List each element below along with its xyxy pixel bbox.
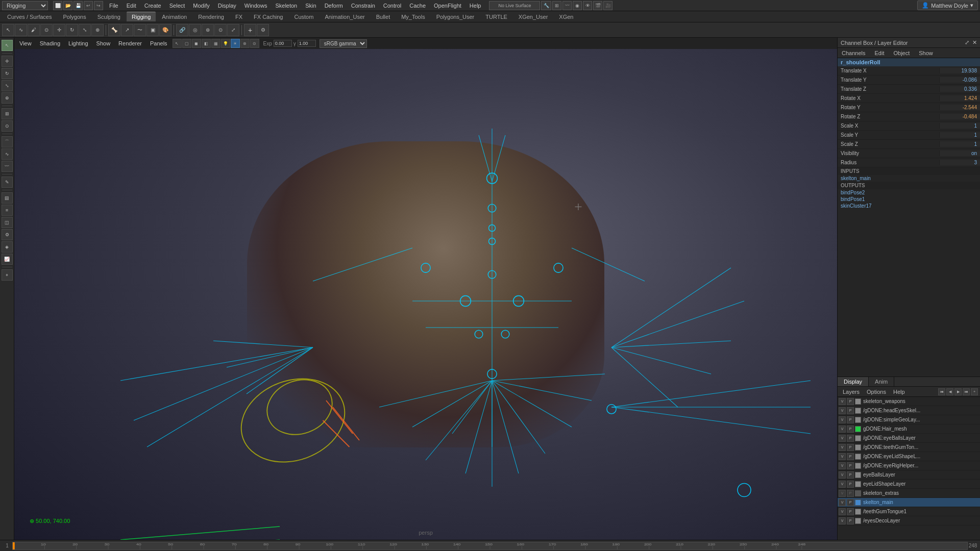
- cb-value-visibility[interactable]: on: [939, 151, 980, 156]
- vp-ao-icon[interactable]: ⊛: [240, 39, 250, 48]
- layer-v-btn[interactable]: V: [839, 499, 846, 506]
- cb-menu-edit[interactable]: Edit: [870, 49, 888, 57]
- vp-shadow-icon[interactable]: ☀: [231, 39, 240, 48]
- layers-nav-last[interactable]: ⏭: [963, 388, 970, 395]
- layer-p-btn[interactable]: P: [847, 499, 854, 506]
- ik-spline-icon[interactable]: 〜: [134, 24, 146, 36]
- parent-constraint-icon[interactable]: 🔗: [176, 24, 188, 36]
- select-mode-icon[interactable]: ↖: [2, 40, 13, 51]
- menu-windows[interactable]: Windows: [240, 2, 272, 10]
- cb-menu-channels[interactable]: Channels: [838, 49, 869, 57]
- snap-point-icon[interactable]: ◉: [573, 1, 582, 10]
- curve-bezier-icon[interactable]: 〰: [2, 161, 13, 172]
- tab-fx-caching[interactable]: FX Caching: [249, 12, 288, 21]
- curve-ep-icon[interactable]: ∿: [2, 148, 13, 160]
- layer-head-eyes[interactable]: V P /gDONE:headEyesSkel...: [838, 406, 980, 415]
- cb-object-name[interactable]: r_shoulderRoll: [838, 58, 980, 66]
- display-layer-icon[interactable]: ▤: [2, 192, 13, 204]
- tab-display[interactable]: Display: [838, 377, 869, 386]
- layer-skeleton-weapons[interactable]: V P skeleton_weapons: [838, 397, 980, 406]
- layer-eyelid-shape[interactable]: V P /gDONE:eyeLidShapeL...: [838, 452, 980, 461]
- layer-p-btn[interactable]: P: [847, 407, 854, 414]
- cb-value-rotate-z[interactable]: -0.484: [939, 114, 980, 119]
- time-track[interactable]: 10 20 30 40 50 60 70 80 90 100 110 120 1…: [12, 542, 968, 550]
- snap-settings-icon[interactable]: ⊞: [2, 108, 13, 119]
- cb-value-rotate-y[interactable]: -2.544: [939, 105, 980, 110]
- tab-anim[interactable]: Anim: [869, 377, 894, 386]
- move-tool-icon[interactable]: ✛: [53, 24, 65, 36]
- layer-eye-balls[interactable]: V P /gDONE:eyeBallsLayer: [838, 434, 980, 443]
- layer-p-btn[interactable]: P: [847, 416, 854, 423]
- universal-icon[interactable]: ⊕: [2, 92, 13, 104]
- settings-icon[interactable]: ⚙: [257, 24, 269, 36]
- tab-bullet[interactable]: Bullet: [371, 12, 396, 21]
- tab-polygons[interactable]: Polygons: [58, 12, 91, 21]
- menu-modify[interactable]: Modify: [189, 2, 213, 10]
- render-settings-icon[interactable]: ⚙: [2, 229, 13, 240]
- layer-v-btn[interactable]: V: [839, 508, 846, 515]
- layer-skeleton-extras[interactable]: V P skeleton_extras: [838, 489, 980, 498]
- cb-value-scale-y[interactable]: 1: [939, 132, 980, 138]
- paint-weights-icon[interactable]: 🎨: [159, 24, 172, 36]
- user-badge[interactable]: 👤 Matthew Doyle ▾: [917, 1, 978, 10]
- menu-skeleton[interactable]: Skeleton: [271, 2, 301, 10]
- layers-menu-layers[interactable]: Layers: [840, 388, 863, 395]
- save-scene-icon[interactable]: 💾: [74, 1, 83, 10]
- cb-value-translate-y[interactable]: -0.086: [939, 77, 980, 83]
- lasso-tool-icon[interactable]: ∿: [15, 24, 27, 36]
- cb-value-translate-x[interactable]: 19.938: [939, 68, 980, 73]
- vp-smooth-wire-icon[interactable]: ◧: [202, 39, 211, 48]
- snap-view-icon[interactable]: 👁: [583, 1, 592, 10]
- menu-file[interactable]: File: [105, 2, 122, 10]
- open-scene-icon[interactable]: 📂: [63, 1, 72, 10]
- tab-xgen-user[interactable]: XGen_User: [513, 12, 553, 21]
- live-surface-icon[interactable]: No Live Surface: [489, 1, 540, 10]
- layer-v-btn[interactable]: V: [839, 453, 846, 460]
- layer-v-btn[interactable]: V: [839, 462, 846, 469]
- viewport[interactable]: View Shading Lighting Show Renderer Pane…: [14, 38, 837, 540]
- layer-v-btn[interactable]: V: [839, 471, 846, 479]
- layer-simple-geo[interactable]: V P /gDONE:simpleGeoLay...: [838, 415, 980, 424]
- layer-hair-mesh[interactable]: V P gDONE:Hair_mesh: [838, 424, 980, 434]
- tab-custom[interactable]: Custom: [289, 12, 319, 21]
- layer-teeth-gum[interactable]: V P /gDONE:teethGumTon...: [838, 443, 980, 452]
- layer-p-btn[interactable]: P: [847, 471, 854, 479]
- scale-constraint-icon[interactable]: ⤢: [227, 24, 239, 36]
- layer-eyes-deco[interactable]: V P /eyesDecoLayer: [838, 516, 980, 525]
- point-constraint-icon[interactable]: ◎: [189, 24, 201, 36]
- ik-handle-icon[interactable]: ↗: [121, 24, 133, 36]
- menu-edit[interactable]: Edit: [122, 2, 140, 10]
- vp-menu-show[interactable]: Show: [93, 39, 114, 47]
- coord-icon[interactable]: ⌖: [2, 269, 13, 281]
- vp-xray-icon[interactable]: ⊙: [250, 39, 259, 48]
- menu-constrain[interactable]: Constrain: [347, 2, 379, 10]
- menu-skin[interactable]: Skin: [301, 2, 320, 10]
- soft-select-icon[interactable]: ⊙: [40, 24, 53, 36]
- outliner-icon[interactable]: ≡: [2, 205, 13, 216]
- tab-fx[interactable]: FX: [230, 12, 248, 21]
- skin-bind-icon[interactable]: ▣: [146, 24, 159, 36]
- vp-smooth-icon[interactable]: ◼: [192, 39, 201, 48]
- universal-manip-icon[interactable]: ⊕: [91, 24, 104, 36]
- layer-v-btn[interactable]: V: [839, 416, 846, 423]
- redo-icon[interactable]: ↪: [94, 1, 103, 10]
- layers-nav-first[interactable]: ⏮: [938, 388, 945, 395]
- close-panel-icon[interactable]: ✕: [972, 39, 977, 46]
- undo-icon[interactable]: ↩: [84, 1, 93, 10]
- vp-menu-renderer[interactable]: Renderer: [115, 39, 145, 47]
- tab-rendering[interactable]: Rendering: [193, 12, 229, 21]
- paint-select-icon[interactable]: 🖌: [28, 24, 40, 36]
- layer-v-btn[interactable]: V: [839, 425, 846, 433]
- cb-value-rotate-x[interactable]: 1.424: [939, 95, 980, 101]
- vp-menu-view[interactable]: View: [16, 39, 35, 47]
- gamma-dropdown[interactable]: sRGB gamma Linear Raw: [320, 39, 367, 48]
- cb-output-bindpose2[interactable]: bindPose2: [838, 189, 980, 196]
- joint-tool-icon[interactable]: 🦴: [108, 24, 120, 36]
- layer-v-btn[interactable]: V: [839, 398, 846, 405]
- layers-menu-help[interactable]: Help: [890, 388, 908, 395]
- select-tool-icon[interactable]: ↖: [2, 24, 14, 36]
- layer-p-btn[interactable]: P: [847, 481, 854, 488]
- layer-v-btn[interactable]: V: [839, 407, 846, 414]
- menu-select[interactable]: Select: [165, 2, 189, 10]
- layer-p-btn[interactable]: P: [847, 453, 854, 460]
